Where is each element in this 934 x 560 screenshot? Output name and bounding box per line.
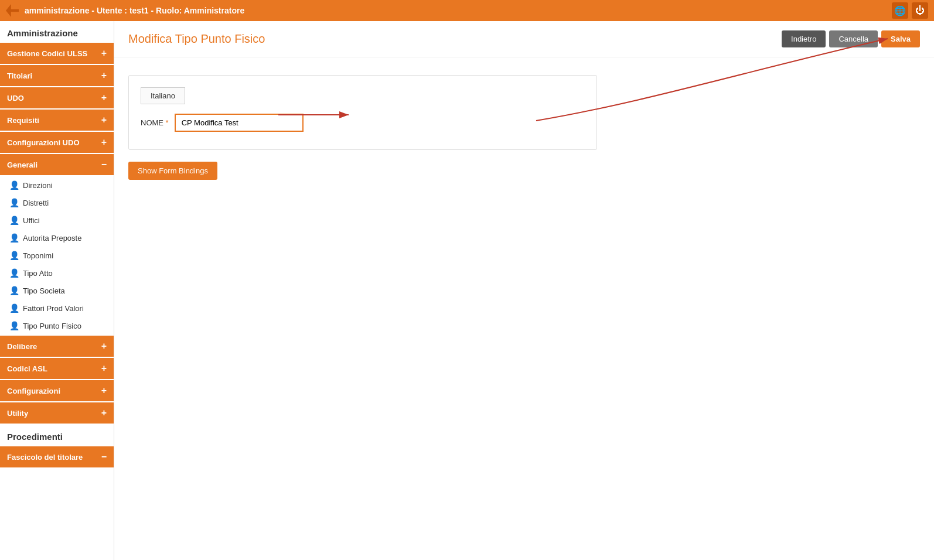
nome-form-row: NOME (141, 114, 585, 132)
expand-icon: + (101, 385, 107, 396)
cancella-button[interactable]: Cancella (829, 30, 878, 47)
sidebar-subitem-fattori-prod-valori[interactable]: 👤 Fattori Prod Valori (0, 299, 114, 317)
sidebar-subitem-toponimi[interactable]: 👤 Toponimi (0, 247, 114, 264)
person-icon: 👤 (9, 321, 19, 330)
collapse-icon: − (101, 452, 107, 462)
person-icon: 👤 (9, 180, 19, 190)
topbar: amministrazione - Utente : test1 - Ruolo… (0, 0, 934, 21)
salva-button[interactable]: Salva (881, 30, 920, 47)
person-icon: 👤 (9, 251, 19, 260)
sidebar-subitem-autorita-preposte[interactable]: 👤 Autorita Preposte (0, 229, 114, 247)
expand-icon: + (101, 93, 107, 103)
sidebar: Amministrazione Gestione Codici ULSS + T… (0, 21, 114, 560)
sidebar-item-gestione-codici-ulss[interactable]: Gestione Codici ULSS + (0, 43, 114, 64)
sidebar-item-delibere[interactable]: Delibere + (0, 336, 114, 357)
back-arrow-icon[interactable] (6, 4, 19, 17)
person-icon: 👤 (9, 286, 19, 295)
sidebar-item-configurazioni-udo[interactable]: Configurazioni UDO + (0, 132, 114, 153)
sidebar-item-titolari[interactable]: Titolari + (0, 65, 114, 86)
expand-icon: + (101, 137, 107, 148)
person-icon: 👤 (9, 268, 19, 278)
form-card: Italiano NOME (128, 75, 597, 150)
sidebar-subitem-tipo-societa[interactable]: 👤 Tipo Societa (0, 282, 114, 299)
person-icon: 👤 (9, 198, 19, 207)
expand-icon: + (101, 70, 107, 81)
globe-icon-button[interactable]: 🌐 (892, 2, 908, 19)
main-layout: Amministrazione Gestione Codici ULSS + T… (0, 21, 934, 560)
sidebar-item-generali[interactable]: Generali − (0, 154, 114, 175)
sidebar-subitem-tipo-atto[interactable]: 👤 Tipo Atto (0, 264, 114, 282)
sidebar-subitem-tipo-punto-fisico[interactable]: 👤 Tipo Punto Fisico (0, 317, 114, 334)
sidebar-item-codici-asl[interactable]: Codici ASL + (0, 358, 114, 379)
power-icon: ⏻ (915, 5, 925, 16)
expand-icon: + (101, 341, 107, 351)
expand-icon: + (101, 48, 107, 59)
italiano-tab[interactable]: Italiano (141, 87, 185, 104)
form-area: Italiano NOME Show Form Bindings (114, 57, 934, 197)
person-icon: 👤 (9, 303, 19, 313)
header-buttons: Indietro Cancella Salva (782, 30, 920, 47)
sidebar-subitem-uffici[interactable]: 👤 Uffici (0, 211, 114, 229)
sidebar-item-requisiti[interactable]: Requisiti + (0, 110, 114, 131)
expand-icon: + (101, 408, 107, 418)
sidebar-item-configurazioni[interactable]: Configurazioni + (0, 380, 114, 401)
nome-label: NOME (141, 118, 169, 127)
sidebar-subitem-distretti[interactable]: 👤 Distretti (0, 194, 114, 211)
person-icon: 👤 (9, 233, 19, 243)
collapse-icon: − (101, 159, 107, 170)
sidebar-subitem-direzioni[interactable]: 👤 Direzioni (0, 176, 114, 194)
sidebar-section-procedimenti: Procedimenti (0, 425, 114, 445)
page-title: Modifica Tipo Punto Fisico (128, 32, 265, 46)
topbar-icons: 🌐 ⏻ (892, 2, 928, 19)
power-icon-button[interactable]: ⏻ (912, 2, 928, 19)
person-icon: 👤 (9, 216, 19, 225)
show-form-bindings-button[interactable]: Show Form Bindings (128, 162, 217, 180)
nome-input[interactable] (175, 114, 304, 132)
content-header: Modifica Tipo Punto Fisico Indietro Canc… (114, 21, 934, 57)
topbar-title: amministrazione - Utente : test1 - Ruolo… (25, 6, 892, 15)
sidebar-item-udo[interactable]: UDO + (0, 87, 114, 108)
sidebar-item-utility[interactable]: Utility + (0, 402, 114, 424)
globe-icon: 🌐 (894, 5, 906, 16)
sidebar-item-fascicolo-del-titolare[interactable]: Fascicolo del titolare − (0, 446, 114, 467)
sidebar-section-amministrazione: Amministrazione (0, 21, 114, 42)
expand-icon: + (101, 115, 107, 125)
indietro-button[interactable]: Indietro (782, 30, 826, 47)
expand-icon: + (101, 363, 107, 374)
content-area: Modifica Tipo Punto Fisico Indietro Canc… (114, 21, 934, 560)
